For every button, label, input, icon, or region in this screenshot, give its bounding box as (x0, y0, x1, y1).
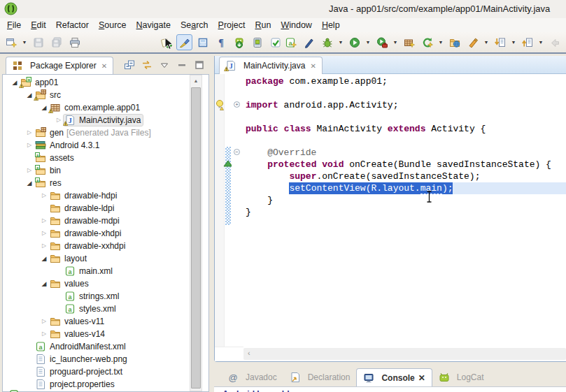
tree-item-styles-xml[interactable]: astyles.xml (3, 303, 185, 315)
scroll-up-arrow-icon[interactable]: ▲ (190, 75, 201, 87)
toolbar-new-xml-file-button[interactable]: a (283, 34, 299, 50)
menu-item-navigate[interactable]: Navigate (132, 19, 176, 31)
warning-bulb-icon[interactable] (215, 99, 225, 110)
tab-declaration[interactable]: Declaration (283, 368, 357, 386)
tree-item-drawable-mdpi[interactable]: ▷drawable-mdpi (3, 215, 185, 227)
tree-item-ic-launcher-web-png[interactable]: ic_launcher-web.png (3, 353, 185, 365)
expander-icon[interactable]: ◢ (24, 177, 34, 189)
expander-icon[interactable]: ▷ (39, 189, 49, 202)
toolbar-show-whitespace-button[interactable]: ¶ (213, 34, 229, 50)
new-web-app-dropdown-caret[interactable]: ▼ (437, 34, 444, 50)
tree-vertical-scrollbar[interactable]: ▲ (190, 75, 202, 391)
tree-item-drawable-hdpi[interactable]: ▷drawable-hdpi (3, 189, 185, 202)
close-icon[interactable]: ✕ (418, 373, 425, 383)
menu-item-help[interactable]: Help (317, 19, 345, 31)
expander-icon[interactable]: ◢ (39, 252, 49, 265)
marker-dropdown-caret[interactable]: ▼ (483, 34, 490, 50)
expander-icon[interactable]: ▷ (39, 240, 49, 252)
toolbar-new-package-button[interactable] (401, 34, 417, 50)
menu-item-refactor[interactable]: Refactor (51, 19, 94, 31)
expander-icon[interactable]: ◢ (24, 89, 34, 101)
toolbar-avd-manager-button[interactable] (231, 34, 247, 50)
toolbar-run-button[interactable] (346, 34, 362, 50)
toolbar-new-wizard-button[interactable] (3, 34, 19, 50)
expander-icon[interactable]: ◢ (39, 277, 49, 290)
toolbar-new-web-app-button[interactable] (419, 34, 435, 50)
tab-console[interactable]: Console✕ (356, 368, 432, 386)
minimize-icon[interactable] (176, 59, 188, 71)
fold-expand-icon[interactable]: + (234, 101, 240, 108)
expander-icon[interactable]: ▷ (24, 139, 34, 152)
tree-item-com-example-app01[interactable]: ◢com.example.app01 (3, 101, 185, 114)
tree-item-drawable-ldpi[interactable]: drawable-ldpi (3, 202, 185, 215)
tree-item-project-properties[interactable]: project.properties (3, 378, 185, 391)
maximize-icon[interactable] (193, 59, 205, 71)
expander-icon[interactable]: ▷ (24, 164, 34, 177)
scrollbar-thumb[interactable] (191, 87, 201, 389)
fold-collapse-icon[interactable]: − (234, 149, 240, 155)
expander-icon[interactable]: ▷ (39, 315, 49, 328)
expander-icon[interactable]: ◢ (10, 76, 20, 89)
close-icon[interactable]: ✕ (101, 62, 107, 70)
tree-item-values-v11[interactable]: ▷values-v11 (3, 315, 185, 328)
tree-item-androidmanifest-xml[interactable]: aAndroidManifest.xml (3, 340, 185, 353)
menu-item-source[interactable]: Source (94, 19, 132, 31)
tree-item-drawable-xxhdpi[interactable]: ▷drawable-xxhdpi (3, 240, 185, 252)
menu-item-file[interactable]: File (2, 19, 26, 31)
debug-dropdown-caret[interactable]: ▼ (337, 34, 344, 50)
tree-item-gen[interactable]: ▷gen[Generated Java Files] (3, 126, 185, 139)
run-dropdown-caret[interactable]: ▼ (365, 34, 372, 50)
expander-icon[interactable]: ▷ (39, 215, 49, 227)
expander-icon[interactable]: ▷ (39, 328, 49, 340)
tree-item-proguard-project-txt[interactable]: proguard-project.txt (3, 365, 185, 378)
toolbar-sdk-manager-button[interactable] (249, 34, 265, 50)
menu-item-edit[interactable]: Edit (26, 19, 51, 31)
menu-item-run[interactable]: Run (250, 19, 276, 31)
toolbar-print-button[interactable] (66, 34, 83, 50)
tab-package-explorer[interactable]: Package Explorer ✕ (6, 57, 113, 74)
expander-icon[interactable]: ▷ (39, 227, 49, 240)
toolbar-push-up-button[interactable] (519, 34, 535, 50)
tree-item-src[interactable]: ◢src (3, 89, 185, 101)
tab-mainactivity-java[interactable]: J MainActivity.java ✕ (219, 57, 323, 74)
toolbar-debug-button[interactable] (319, 34, 335, 50)
collapse-all-icon[interactable] (123, 59, 135, 71)
push-up-dropdown-caret[interactable]: ▼ (537, 34, 544, 50)
tree-item-bin[interactable]: ▷abin (3, 164, 185, 177)
expander-icon[interactable]: ▷ (54, 114, 64, 126)
tree-item-assets[interactable]: aassets (3, 152, 185, 164)
tree-item-drawable-xhdpi[interactable]: ▷drawable-xhdpi (3, 227, 185, 240)
toolbar-show-layout-button[interactable] (194, 34, 211, 50)
toolbar-coverage-button[interactable] (374, 34, 390, 50)
toolbar-format-brush-button[interactable] (176, 34, 192, 50)
tab-logcat[interactable]: LogCat (432, 368, 490, 386)
close-icon[interactable]: ✕ (310, 62, 316, 70)
menu-item-window[interactable]: Window (276, 19, 316, 31)
tree-item-layout[interactable]: ◢layout (3, 252, 185, 265)
new-wizard-dropdown-caret[interactable]: ▼ (21, 34, 28, 50)
tree-item-res[interactable]: ◢ares (3, 177, 185, 189)
pull-down-dropdown-caret[interactable]: ▼ (510, 34, 517, 50)
tree-item-android-4-3-1[interactable]: ▷Android 4.3.1 (3, 139, 185, 152)
tree-item-mainactivity-java[interactable]: ▷JMainActivity.java (3, 114, 185, 126)
menu-item-project[interactable]: Project (213, 19, 250, 31)
scroll-left-arrow-icon[interactable]: ‹ (248, 349, 250, 357)
toolbar-pull-down-button[interactable] (492, 34, 508, 50)
toolbar-marker-button[interactable] (465, 34, 481, 50)
toolbar-stylus-button[interactable] (301, 34, 317, 50)
view-menu-icon[interactable] (158, 59, 170, 71)
code-editor[interactable]: +− package com.example.app01;import andr… (215, 74, 566, 347)
tree-item-main-xml[interactable]: amain.xml (3, 265, 185, 277)
scroll-track[interactable]: ‹ (243, 348, 566, 360)
toolbar-open-resource-button[interactable] (446, 34, 462, 50)
tree-item-app01[interactable]: ◢aapp01 (3, 76, 185, 89)
expander-icon[interactable]: ▷ (24, 126, 34, 139)
tab-javadoc[interactable]: @Javadoc (221, 368, 283, 386)
tree-item-values-v14[interactable]: ▷values-v14 (3, 328, 185, 340)
tree-item-values[interactable]: ◢values (3, 277, 185, 290)
link-editor-icon[interactable] (141, 59, 153, 71)
editor-horizontal-scrollbar[interactable]: ‹ (215, 347, 566, 361)
coverage-dropdown-caret[interactable]: ▼ (392, 34, 399, 50)
tree-item-strings-xml[interactable]: astrings.xml (3, 290, 185, 303)
toolbar-lint-check-button[interactable] (267, 34, 283, 50)
